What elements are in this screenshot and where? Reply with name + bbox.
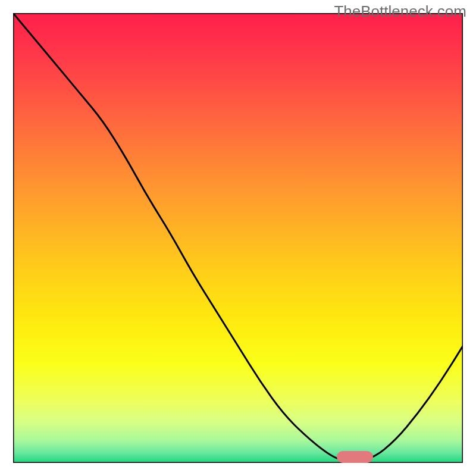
chart-background-gradient bbox=[13, 13, 463, 463]
watermark-text: TheBottleneck.com bbox=[334, 2, 466, 21]
chart-container: TheBottleneck.com bbox=[0, 0, 476, 476]
chart-svg bbox=[13, 13, 463, 463]
valley-marker bbox=[337, 451, 372, 463]
chart-plot-area bbox=[13, 13, 463, 463]
